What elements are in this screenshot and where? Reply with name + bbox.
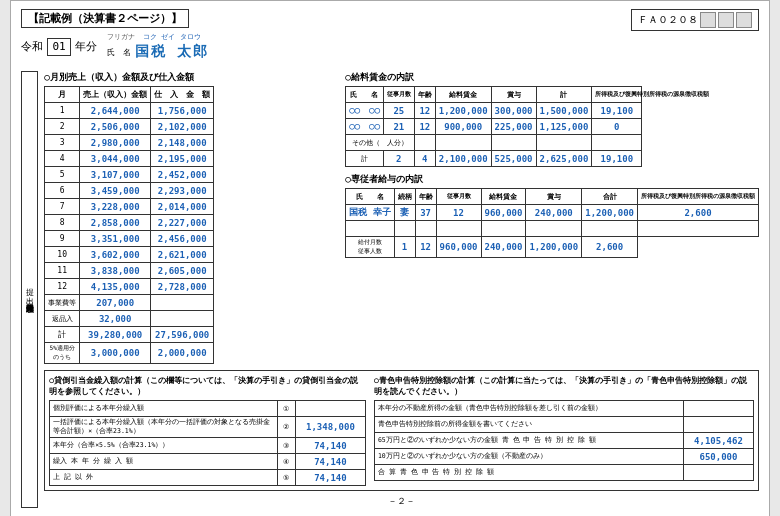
aoiro-value: 4,105,462 <box>684 433 754 449</box>
purchase-cell: 2,456,000 <box>151 231 214 247</box>
salary-col-count: 従事月数 <box>383 87 414 103</box>
henshu-label: 返品入 <box>45 311 80 327</box>
salary-other-total <box>536 135 592 151</box>
id-label: ＦＡ０２０８ <box>638 13 698 27</box>
purchase-cell: 2,452,000 <box>151 167 214 183</box>
salary-total-bonus: 525,000 <box>491 151 536 167</box>
calc-value <box>295 401 365 417</box>
aoiro-section: ○青色申告特別控除額の計算（この計算に当たっては、「決算の手引き」の「青色申告特… <box>374 375 754 486</box>
sales-cell: 3,602,000 <box>80 247 151 263</box>
year-suffix: 年分 <box>75 39 97 54</box>
total-label: 計 <box>45 327 80 343</box>
salary-total-label: 計 <box>346 151 384 167</box>
salary-other-tax <box>592 135 642 151</box>
aoiro-value: 650,000 <box>684 449 754 465</box>
page-number: －２－ <box>44 495 759 508</box>
sales-cell: 3,838,000 <box>80 263 151 279</box>
purchase-cell: 2,227,000 <box>151 215 214 231</box>
ded-empty-8 <box>638 221 759 237</box>
month-cell: 11 <box>45 263 80 279</box>
salary-count: 21 <box>383 119 414 135</box>
special-purchase: 2,000,000 <box>151 343 214 364</box>
ded-tax: 2,600 <box>638 205 759 221</box>
stamp-box-3 <box>736 12 752 28</box>
ded-relation: 妻 <box>394 205 415 221</box>
gengou-box: 令和 01 年分 <box>21 38 97 56</box>
bottom-section: ○貸倒引当金繰入額の計算（この欄等については、「決算の手引き」の貸倒引当金の説明… <box>44 370 759 491</box>
header-area: 【記載例（決算書２ページ）】 令和 01 年分 フリガナ コク ゼイ タロウ 氏… <box>21 9 759 67</box>
sales-cell: 3,044,000 <box>80 151 151 167</box>
salary-count: 25 <box>383 103 414 119</box>
month-cell: 2 <box>45 119 80 135</box>
name-area: フリガナ コク ゼイ タロウ 氏 名 国税 太郎 <box>107 32 209 61</box>
salary-tax: 0 <box>592 119 642 135</box>
aoiro-label: 合 算 青 色 申 告 特 別 控 除 額 <box>374 465 683 481</box>
month-cell: 3 <box>45 135 80 151</box>
special-sales: 3,000,000 <box>80 343 151 364</box>
name-furigana: コク ゼイ タロウ <box>143 33 200 41</box>
jigyobi-label: 事業費等 <box>45 295 80 311</box>
salary-tot: 1,125,000 <box>536 119 592 135</box>
calc-value: 74,140 <box>295 454 365 470</box>
monthly-table: 月 売上（収入）金額 仕 入 金 額 1 2,644,000 1,756,000… <box>44 86 214 364</box>
calc-label: 一括評価による本年分繰入額（本年分の一括評価の対象となる売掛金等合計額）×（合率… <box>50 417 278 438</box>
salary-col-salary: 給料賃金 <box>435 87 491 103</box>
ded-bonus: 240,000 <box>526 205 582 221</box>
month-cell: 8 <box>45 215 80 231</box>
header-row: 令和 01 年分 フリガナ コク ゼイ タロウ 氏 名 国税 太郎 <box>21 32 209 61</box>
salary-col-bonus: 賞与 <box>491 87 536 103</box>
ded-months: 12 <box>436 205 481 221</box>
salary-col-tax: 所得税及び復興特別所得税の源泉徴収税額 <box>592 87 642 103</box>
ded-salary: 960,000 <box>481 205 526 221</box>
ded-empty-4 <box>436 221 481 237</box>
salary-sal: 1,200,000 <box>435 103 491 119</box>
calc-row: 本年分（合率×5.5%（合率23.1%）） ③ 74,140 <box>50 438 366 454</box>
ded-total: 1,200,000 <box>582 205 638 221</box>
ded-age: 37 <box>415 205 436 221</box>
calc-table: 個別評価による本年分繰入額 ① 一括評価による本年分繰入額（本年分の一括評価の対… <box>49 400 366 486</box>
ded-col-months: 従事月数 <box>436 189 481 205</box>
jigyobi-row: 事業費等 207,000 <box>45 295 214 311</box>
salary-total-total: 2,625,000 <box>536 151 592 167</box>
salary-age: 12 <box>414 119 435 135</box>
month-cell: 7 <box>45 199 80 215</box>
purchase-cell: 2,014,000 <box>151 199 214 215</box>
month-cell: 6 <box>45 183 80 199</box>
salary-col-total: 計 <box>536 87 592 103</box>
aoiro-label: 青色申告特別控除前の所得金額を書いてください <box>374 417 683 433</box>
purchase-cell: 2,728,000 <box>151 279 214 295</box>
gengou-label: 令和 <box>21 39 43 54</box>
dedicated-title: ○専従者給与の内訳 <box>345 173 759 186</box>
monthly-row: 8 2,858,000 2,227,000 <box>45 215 214 231</box>
salary-col-age: 年齢 <box>414 87 435 103</box>
salary-title: ○給料賃金の内訳 <box>345 71 759 84</box>
section-container: ○月別売上（収入）金額及び仕入金額 月 売上（収入）金額 仕 入 金 額 1 2… <box>44 71 759 508</box>
month-cell: 5 <box>45 167 80 183</box>
document-title: 【記載例（決算書２ページ）】 <box>21 9 189 28</box>
sales-cell: 2,506,000 <box>80 119 151 135</box>
purchase-cell: 2,195,000 <box>151 151 214 167</box>
two-col-top: ○月別売上（収入）金額及び仕入金額 月 売上（収入）金額 仕 入 金 額 1 2… <box>44 71 759 364</box>
calc-num: ③ <box>277 438 295 454</box>
stamp-box-1 <box>700 12 716 28</box>
monthly-total-row: 計 39,280,000 27,596,000 <box>45 327 214 343</box>
aoiro-label: 65万円と②のいずれか少ない方の金額 青 色 申 告 特 別 控 除 額 <box>374 433 683 449</box>
left-label: 提 出 用（令和元年分以降適用） <box>21 71 38 508</box>
ded-empty-2 <box>394 221 415 237</box>
monthly-row: 12 4,135,000 2,728,000 <box>45 279 214 295</box>
salary-tot: 1,500,000 <box>536 103 592 119</box>
calc-section: ○貸倒引当金繰入額の計算（この欄等については、「決算の手引き」の貸倒引当金の説明… <box>49 375 366 486</box>
salary-other-label: その他（ 人分） <box>346 135 415 151</box>
ded-name: 国税 幸子 <box>346 205 394 221</box>
month-cell: 4 <box>45 151 80 167</box>
calc-num: ① <box>277 401 295 417</box>
salary-total-age: 4 <box>414 151 435 167</box>
stamp-boxes <box>700 12 752 28</box>
year-input[interactable]: 01 <box>47 38 71 56</box>
henshu-row: 返品入 32,000 <box>45 311 214 327</box>
monthly-row: 10 3,602,000 2,621,000 <box>45 247 214 263</box>
monthly-row: 2 2,506,000 2,102,000 <box>45 119 214 135</box>
dedicated-table: 氏 名 続柄 年齢 従事月数 給料賃金 賞与 合計 所得税及び復興特別所得税の源… <box>345 188 759 258</box>
salary-row: ○○ ○○ 25 12 1,200,000 300,000 1,500,000 … <box>346 103 642 119</box>
calc-row: 繰入 本 年 分 繰 入 額 ④ 74,140 <box>50 454 366 470</box>
